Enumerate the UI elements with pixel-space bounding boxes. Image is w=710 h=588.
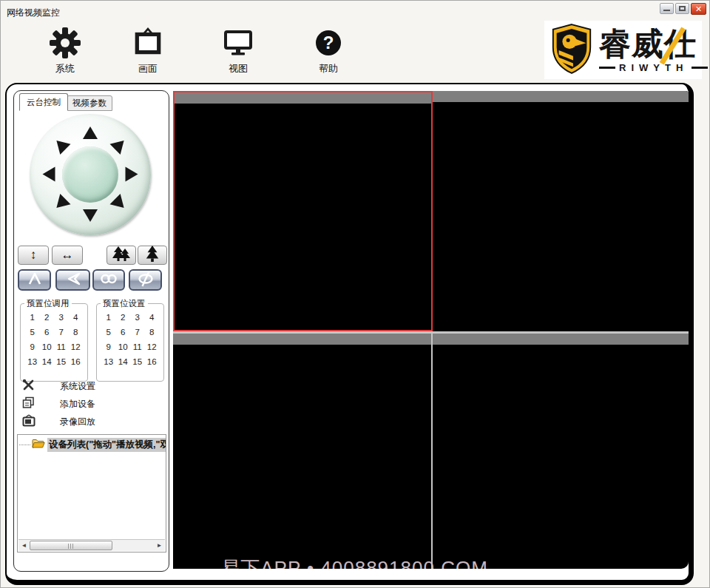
preset-set-11[interactable]: 11: [130, 342, 145, 351]
preset-call-7[interactable]: 7: [54, 328, 69, 337]
tree-connector: [19, 445, 30, 445]
preset-call-group: 预置位调用 1 2 3 4 5 6 7 8 9 10 11 12 13 14 1…: [20, 303, 88, 382]
scrollbar-thumb[interactable]: [30, 541, 112, 550]
brand-logo: 睿威仕 RIWYTH: [544, 21, 702, 79]
ptz-wheel: [30, 114, 151, 235]
tools-icon: [22, 379, 35, 394]
preset-call-14[interactable]: 14: [40, 357, 55, 366]
ptz-down-button[interactable]: [83, 209, 98, 222]
device-list-root[interactable]: 设备列表("拖动"播放视频,"双: [19, 438, 166, 452]
ptz-down-left-button[interactable]: [51, 194, 70, 213]
folder-open-icon: [32, 438, 45, 452]
video-cell-1-selected[interactable]: [173, 91, 433, 331]
device-list-label: 设备列表("拖动"播放视频,"双: [47, 438, 166, 452]
ptz-left-button[interactable]: [43, 167, 55, 182]
tab-video-params[interactable]: 视频参数: [67, 95, 112, 111]
minimize-icon: [663, 10, 670, 11]
menu-label-playback: 录像回放: [60, 416, 95, 428]
minimize-button[interactable]: [660, 3, 674, 14]
ptz-right-button[interactable]: [126, 167, 138, 182]
brand-dash-right: [692, 67, 708, 69]
preset-call-12[interactable]: 12: [69, 342, 84, 351]
preset-call-11[interactable]: 11: [54, 342, 69, 351]
preset-set-8[interactable]: 8: [145, 328, 160, 337]
app-window: 网络视频监控 ✕ 系统: [0, 0, 710, 588]
ptz-up-right-button[interactable]: [110, 135, 129, 155]
scroll-left-arrow-icon[interactable]: ◄: [19, 541, 29, 550]
close-button[interactable]: ✕: [691, 3, 706, 15]
video-grid-divider: [431, 334, 433, 569]
video-cell-3[interactable]: [173, 334, 431, 569]
ptz-down-right-button[interactable]: [110, 194, 129, 213]
preset-set-7[interactable]: 7: [130, 328, 145, 337]
maximize-button[interactable]: [675, 3, 689, 14]
toolbar-item-system[interactable]: 系统: [33, 25, 98, 75]
preset-call-10[interactable]: 10: [40, 342, 55, 351]
video-cell-4-titlebar: [433, 334, 689, 345]
preset-set-15[interactable]: 15: [130, 357, 145, 366]
toolbar-item-screen[interactable]: 画面: [115, 25, 180, 75]
preset-set-2[interactable]: 2: [116, 313, 131, 322]
video-cell-4[interactable]: [433, 334, 689, 569]
preset-set-6[interactable]: 6: [116, 328, 131, 337]
preset-set-16[interactable]: 16: [145, 357, 160, 366]
gear-icon: [49, 25, 81, 61]
tab-ptz-control[interactable]: 云台控制: [19, 93, 68, 111]
preset-call-16[interactable]: 16: [69, 357, 84, 366]
menu-item-playback[interactable]: 录像回放: [14, 414, 169, 429]
window-title: 网络视频监控: [7, 7, 60, 19]
video-cell-3-titlebar: [173, 334, 431, 345]
preset-call-1[interactable]: 1: [25, 313, 40, 322]
brand-name: 睿威仕: [599, 27, 708, 61]
preset-set-3[interactable]: 3: [130, 313, 145, 322]
preset-set-10[interactable]: 10: [116, 342, 131, 351]
zoom-out-button[interactable]: [106, 246, 136, 265]
ptz-up-left-button[interactable]: [51, 135, 70, 155]
menu-item-add-device[interactable]: 添加设备: [14, 396, 169, 411]
tilt-scan-button[interactable]: ↕: [18, 246, 49, 265]
shield-eagle-icon: [549, 22, 595, 78]
preset-set-1[interactable]: 1: [101, 313, 116, 322]
maximize-icon: [679, 6, 686, 11]
preset-call-4[interactable]: 4: [69, 313, 84, 322]
pan-scan-button[interactable]: ↔: [52, 246, 83, 265]
toolbar-item-view[interactable]: 视图: [206, 25, 271, 75]
preset-call-15[interactable]: 15: [54, 357, 69, 366]
preset-set-4[interactable]: 4: [145, 313, 160, 322]
preset-call-5[interactable]: 5: [25, 328, 40, 337]
scroll-right-arrow-icon[interactable]: ►: [155, 541, 164, 550]
menu-label-add-device: 添加设备: [60, 398, 95, 410]
preset-call-9[interactable]: 9: [25, 342, 40, 351]
ptz-up-button[interactable]: [83, 126, 98, 139]
toolbar-item-help[interactable]: ? 帮助: [296, 25, 361, 75]
preset-set-title: 预置位设置: [101, 298, 148, 309]
preset-call-2[interactable]: 2: [40, 313, 55, 322]
preset-call-3[interactable]: 3: [54, 313, 69, 322]
picture-frame-icon: [132, 25, 163, 61]
iris-open-icon: [98, 269, 120, 291]
monitor-icon: [223, 25, 253, 61]
trees-icon: [112, 246, 130, 266]
brand-latin: RIWYTH: [619, 62, 688, 73]
iris-close-button[interactable]: [129, 269, 162, 291]
ptz-center-knob[interactable]: [62, 146, 118, 203]
preset-set-5[interactable]: 5: [101, 328, 116, 337]
preset-call-13[interactable]: 13: [25, 357, 40, 366]
iris-open-button[interactable]: [92, 269, 125, 291]
preset-call-8[interactable]: 8: [69, 328, 84, 337]
menu-item-system-settings[interactable]: 系统设置: [14, 379, 169, 393]
preset-set-12[interactable]: 12: [145, 342, 160, 351]
preset-set-14[interactable]: 14: [116, 357, 131, 366]
preset-set-13[interactable]: 13: [101, 357, 116, 366]
video-cell-2[interactable]: [433, 91, 689, 331]
brand-dash-left: [599, 67, 615, 69]
preset-set-9[interactable]: 9: [101, 342, 116, 351]
tv-icon: [22, 414, 36, 430]
zoom-in-button[interactable]: [138, 246, 167, 265]
preset-set-group: 预置位设置 1 2 3 4 5 6 7 8 9 10 11 12 13 14 1…: [96, 303, 164, 382]
focus-far-button[interactable]: [55, 269, 90, 291]
focus-near-button[interactable]: [18, 269, 51, 291]
video-cell-2-titlebar: [433, 91, 689, 102]
preset-call-6[interactable]: 6: [40, 328, 55, 337]
horizontal-scrollbar[interactable]: ◄ ►: [18, 539, 165, 551]
